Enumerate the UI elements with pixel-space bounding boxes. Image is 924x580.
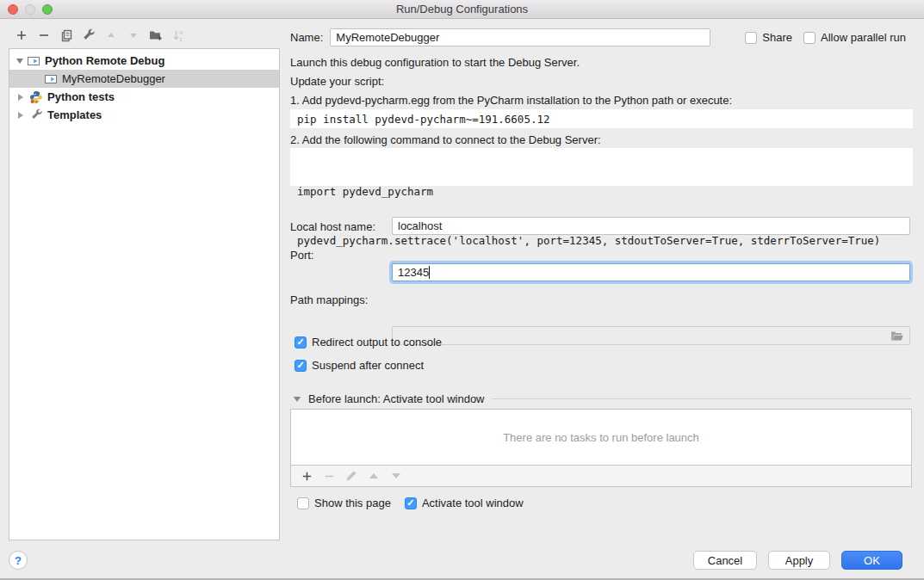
- apply-button[interactable]: Apply: [768, 551, 830, 570]
- redirect-output-checkbox[interactable]: Redirect output to console: [295, 336, 442, 349]
- help-button[interactable]: ?: [9, 551, 28, 570]
- collapse-arrow-icon[interactable]: [16, 59, 23, 64]
- path-mappings-label: Path mappings:: [290, 293, 368, 306]
- checkbox-icon: [803, 32, 815, 44]
- expand-arrow-icon[interactable]: [18, 94, 23, 101]
- localhost-input[interactable]: [392, 217, 910, 235]
- configurations-tree: Python Remote Debug MyRemoteDebugger Pyt…: [9, 48, 280, 540]
- page-options-row: Show this page Activate tool window: [297, 497, 524, 509]
- step2-code-line1: import pydevd_pycharm: [297, 183, 906, 200]
- checkbox-checked-icon: [405, 497, 417, 509]
- port-field-wrapper: [392, 263, 910, 281]
- checkbox-checked-icon: [295, 336, 307, 349]
- close-button[interactable]: [8, 4, 18, 15]
- step1-text: 1. Add pydevd-pycharm.egg from the PyCha…: [290, 94, 732, 107]
- tree-item-python-remote-debug[interactable]: Python Remote Debug: [9, 52, 279, 70]
- tree-item-label: Templates: [47, 108, 102, 121]
- step2-code: import pydevd_pycharm pydevd_pycharm.set…: [290, 148, 913, 186]
- activate-tool-window-label: Activate tool window: [422, 497, 524, 509]
- text-caret: [429, 266, 430, 279]
- edit-task-icon: [344, 469, 358, 483]
- collapse-arrow-icon[interactable]: [293, 396, 301, 403]
- suspend-after-connect-checkbox[interactable]: Suspend after connect: [295, 359, 424, 372]
- before-launch-title: Before launch: Activate tool window: [308, 392, 485, 405]
- empty-tasks-text: There are no tasks to run before launch: [503, 431, 699, 444]
- python-tests-icon: [29, 90, 43, 104]
- path-mappings-field[interactable]: [392, 326, 910, 345]
- remove-icon[interactable]: [37, 28, 51, 42]
- checkbox-icon: [745, 32, 757, 44]
- activate-tool-window-checkbox[interactable]: Activate tool window: [405, 497, 524, 509]
- suspend-after-connect-label: Suspend after connect: [312, 359, 424, 372]
- share-checkbox[interactable]: Share: [745, 31, 792, 44]
- name-row: Name: Share Allow parallel run: [290, 28, 913, 46]
- checkbox-checked-icon: [295, 360, 307, 372]
- checkbox-icon: [297, 497, 309, 509]
- tree-item-myremotedebugger[interactable]: MyRemoteDebugger: [9, 70, 279, 88]
- browse-folder-icon[interactable]: [888, 328, 907, 343]
- tree-item-label: Python tests: [47, 90, 115, 103]
- tree-item-templates[interactable]: Templates: [9, 106, 279, 124]
- step2-text: 2. Add the following command to connect …: [290, 133, 601, 146]
- tree-item-label: MyRemoteDebugger: [62, 72, 165, 85]
- expand-arrow-icon[interactable]: [18, 112, 23, 119]
- add-icon[interactable]: [15, 28, 28, 42]
- name-input[interactable]: [330, 28, 710, 46]
- move-down-icon: [127, 28, 140, 42]
- tree-item-python-tests[interactable]: Python tests: [9, 88, 279, 106]
- move-task-down-icon: [389, 469, 403, 483]
- zoom-button[interactable]: [42, 4, 53, 15]
- port-label: Port:: [290, 249, 313, 262]
- redirect-output-label: Redirect output to console: [312, 336, 442, 349]
- traffic-lights: [8, 4, 53, 15]
- sort-alphabetically-icon: az: [171, 28, 185, 42]
- move-task-up-icon: [367, 469, 381, 483]
- title-bar: Run/Debug Configurations: [0, 0, 924, 19]
- suspend-after-connect-row: Suspend after connect: [295, 358, 424, 372]
- allow-parallel-run-label: Allow parallel run: [821, 31, 906, 44]
- move-up-icon: [104, 28, 118, 42]
- wrench-icon: [29, 108, 43, 122]
- allow-parallel-run-checkbox[interactable]: Allow parallel run: [803, 31, 906, 44]
- name-label: Name:: [290, 31, 323, 44]
- share-checkbox-label: Share: [762, 31, 792, 44]
- localhost-label: Local host name:: [290, 220, 375, 233]
- copy-icon[interactable]: [59, 28, 73, 42]
- run-debug-configurations-dialog: Run/Debug Configurations az: [0, 0, 924, 580]
- new-folder-icon[interactable]: [149, 28, 163, 42]
- show-this-page-checkbox[interactable]: Show this page: [297, 497, 391, 509]
- dialog-buttons: Cancel Apply OK: [693, 551, 902, 570]
- before-launch-header[interactable]: Before launch: Activate tool window: [293, 392, 911, 405]
- help-button-label: ?: [15, 554, 22, 567]
- before-launch-toolbar: [290, 466, 912, 487]
- redirect-output-row: Redirect output to console: [295, 335, 442, 349]
- minimize-button: [25, 4, 35, 15]
- ok-button[interactable]: OK: [841, 551, 902, 570]
- add-task-icon[interactable]: [300, 469, 313, 483]
- section-divider: [492, 398, 911, 399]
- configurations-toolbar: az: [15, 28, 185, 42]
- remote-debug-icon: [44, 72, 58, 86]
- svg-text:a: a: [179, 29, 183, 35]
- edit-defaults-icon[interactable]: [82, 28, 96, 42]
- window-title: Run/Debug Configurations: [396, 3, 528, 15]
- cancel-button[interactable]: Cancel: [693, 551, 757, 570]
- before-launch-task-list[interactable]: There are no tasks to run before launch: [290, 409, 912, 466]
- step1-code: pip install pydevd-pycharm~=191.6605.12: [290, 109, 913, 128]
- port-input[interactable]: [392, 263, 910, 281]
- svg-text:z: z: [179, 36, 182, 42]
- tree-item-label: Python Remote Debug: [45, 54, 164, 67]
- remote-debug-icon: [27, 54, 40, 68]
- remove-task-icon: [322, 469, 336, 483]
- update-script-text: Update your script:: [290, 75, 384, 88]
- show-this-page-label: Show this page: [314, 497, 391, 509]
- description-text: Launch this debug configuration to start…: [290, 56, 580, 69]
